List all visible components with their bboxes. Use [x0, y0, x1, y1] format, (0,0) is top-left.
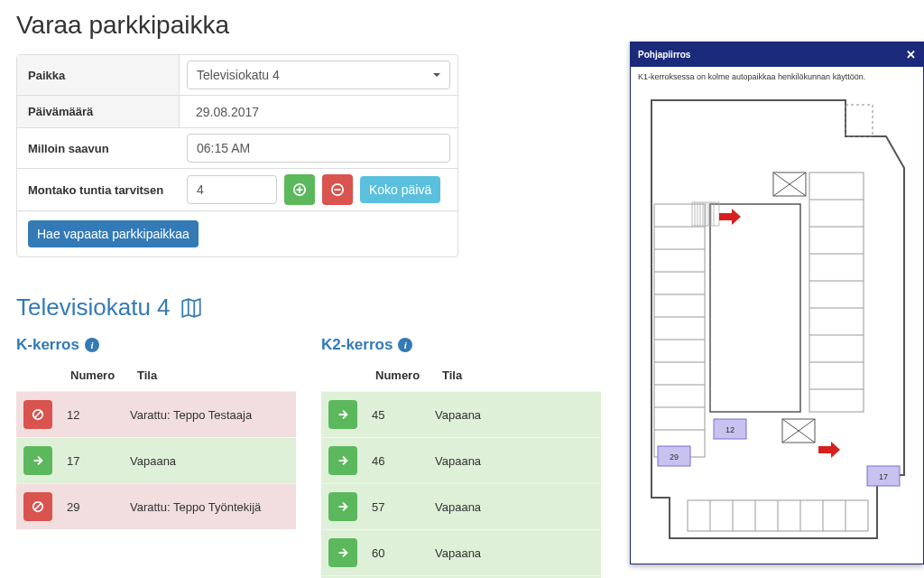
- reserve-button[interactable]: [328, 400, 357, 429]
- svg-text:29: 29: [670, 452, 679, 461]
- spot-row: 45 Vapaana: [321, 391, 601, 437]
- spot-state: Varattu: Teppo Työntekijä: [130, 500, 289, 514]
- spot-number: 46: [372, 454, 435, 468]
- spot-number: 60: [372, 546, 435, 560]
- spot-state: Vapaana: [435, 454, 594, 468]
- floorplan-panel: Pohjapiirros ✕ K1-kerroksessa on kolme a…: [630, 42, 924, 564]
- spot-number: 57: [372, 500, 435, 514]
- spot-number: 12: [67, 408, 130, 422]
- location-title-text: Televisiokatu 4: [16, 294, 171, 322]
- reserve-button[interactable]: [328, 446, 357, 475]
- plus-circle-icon: [293, 183, 306, 196]
- date-label: Päivämäärä: [17, 96, 180, 127]
- search-button[interactable]: Hae vapaata parkkipaikkaa: [28, 220, 199, 247]
- spot-state: Varattu: Teppo Testaaja: [130, 408, 289, 422]
- place-label: Paikka: [17, 55, 180, 95]
- svg-rect-5: [654, 204, 705, 457]
- arrow-right-icon: [32, 454, 44, 467]
- spot-row: 17 Vapaana: [16, 437, 296, 483]
- arrow-right-icon: [337, 408, 349, 421]
- spot-row: 46 Vapaana: [321, 437, 601, 483]
- spot-number: 29: [67, 500, 130, 514]
- page-title: Varaa parkkipaikka: [16, 11, 915, 40]
- spot-row: 29 Varattu: Teppo Työntekijä: [16, 483, 296, 529]
- reserve-button[interactable]: [328, 492, 357, 521]
- arrow-right-icon: [337, 500, 349, 513]
- arrival-time-input[interactable]: [187, 134, 450, 163]
- info-icon[interactable]: i: [398, 338, 412, 352]
- chevron-down-icon: [433, 73, 440, 77]
- arrival-label: Milloin saavun: [17, 128, 180, 168]
- hours-input[interactable]: [187, 175, 277, 204]
- col-numero: Numero: [375, 368, 442, 382]
- col-numero: Numero: [70, 368, 137, 382]
- reserve-button[interactable]: [23, 446, 52, 475]
- full-day-button[interactable]: Koko päivä: [360, 176, 440, 203]
- unavailable-button: [23, 492, 52, 521]
- spot-number: 45: [372, 408, 435, 422]
- floorplan-body: 12 29 17: [631, 83, 923, 564]
- reserve-button[interactable]: [328, 538, 357, 567]
- place-select[interactable]: Televisiokatu 4: [187, 61, 450, 89]
- arrow-right-icon: [337, 454, 349, 467]
- svg-text:12: 12: [725, 425, 735, 434]
- floorplan-subtitle: K1-kerroksessa on kolme autopaikkaa henk…: [631, 67, 923, 83]
- svg-text:17: 17: [879, 472, 888, 481]
- floorplan-title: Pohjapiirros: [638, 50, 690, 60]
- spot-state: Vapaana: [435, 546, 594, 560]
- col-tila: Tila: [442, 368, 597, 382]
- place-select-value: Televisiokatu 4: [197, 68, 280, 82]
- map-icon[interactable]: [180, 296, 203, 320]
- increment-button[interactable]: [284, 174, 315, 205]
- spot-number: 17: [67, 454, 130, 468]
- floor-k2-column: K2-kerros i Numero Tila 45 Vapaana 46 Va…: [321, 336, 601, 578]
- svg-rect-16: [809, 172, 864, 412]
- info-icon[interactable]: i: [85, 338, 99, 352]
- floor-k2-title: K2-kerros: [321, 336, 393, 354]
- decrement-button[interactable]: [322, 174, 353, 205]
- minus-circle-icon: [331, 183, 344, 196]
- table-header: Numero Tila: [321, 363, 601, 391]
- unavailable-button: [23, 400, 52, 429]
- block-icon: [32, 408, 44, 421]
- spot-state: Vapaana: [130, 454, 289, 468]
- table-header: Numero Tila: [16, 363, 296, 391]
- svg-rect-4: [710, 204, 800, 412]
- block-icon: [32, 500, 44, 513]
- spot-state: Vapaana: [435, 408, 594, 422]
- hours-label: Montako tuntia tarvitsen: [17, 169, 180, 210]
- date-value: 29.08.2017: [187, 105, 259, 119]
- spot-row: 60 Vapaana: [321, 529, 601, 575]
- col-tila: Tila: [137, 368, 292, 382]
- floor-k-title: K-kerros: [16, 336, 79, 354]
- spot-state: Vapaana: [435, 500, 594, 514]
- arrow-right-icon: [337, 546, 349, 559]
- spot-row: 57 Vapaana: [321, 483, 601, 529]
- floor-k-column: K-kerros i Numero Tila 12 Varattu: Teppo…: [16, 336, 296, 578]
- spot-row: 12 Varattu: Teppo Testaaja: [16, 391, 296, 437]
- floorplan-header: Pohjapiirros ✕: [631, 42, 923, 67]
- close-icon[interactable]: ✕: [906, 48, 916, 61]
- search-form-panel: Paikka Televisiokatu 4 Päivämäärä 29.08.…: [16, 54, 458, 257]
